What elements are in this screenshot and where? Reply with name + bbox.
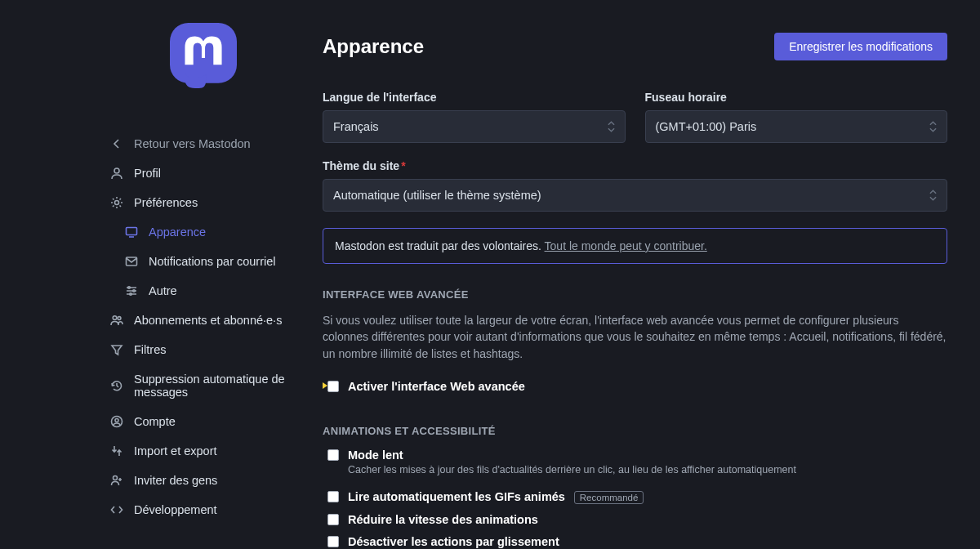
save-button[interactable]: Enregistrer les modifications xyxy=(774,33,947,60)
nav-label: Retour vers Mastodon xyxy=(134,137,251,150)
slow-mode-checkbox[interactable] xyxy=(327,449,339,461)
monitor-icon xyxy=(125,225,138,239)
reduce-motion-label: Réduire la vitesse des animations xyxy=(348,513,538,526)
autoplay-gif-label: Lire automatiquement les GIFs animés xyxy=(348,490,565,503)
select-chevron-icon xyxy=(608,121,615,132)
gear-icon xyxy=(110,196,123,209)
account-icon xyxy=(110,415,123,428)
filter-icon xyxy=(110,343,123,356)
nav-label: Abonnements et abonné·e·s xyxy=(134,314,282,327)
sidebar-item-development[interactable]: Développement xyxy=(110,495,323,524)
sidebar-item-account[interactable]: Compte xyxy=(110,407,323,436)
svg-point-11 xyxy=(115,419,118,422)
code-icon xyxy=(110,503,123,516)
enable-advanced-ui-checkbox[interactable] xyxy=(327,381,339,392)
timezone-label: Fuseau horaire xyxy=(645,91,948,104)
sidebar-sub-appearance[interactable]: Apparence xyxy=(125,217,323,247)
nav-label: Développement xyxy=(134,503,217,516)
enable-advanced-ui-label: Activer l'interface Web avancée xyxy=(348,380,525,393)
nav-label: Autre xyxy=(149,284,177,297)
nav-label: Compte xyxy=(134,415,176,428)
language-select[interactable]: Français xyxy=(323,110,626,143)
sidebar-sub-other[interactable]: Autre xyxy=(125,276,323,306)
sidebar-sub-notifications[interactable]: Notifications par courriel xyxy=(125,247,323,276)
nav-label: Suppression automatique de messages xyxy=(134,373,323,399)
sidebar-item-follows[interactable]: Abonnements et abonné·e·s xyxy=(110,306,323,335)
animations-heading: Animations et accessibilité xyxy=(323,425,947,437)
users-icon xyxy=(110,314,123,327)
svg-point-12 xyxy=(114,476,118,480)
nav-label: Profil xyxy=(134,167,161,180)
svg-rect-3 xyxy=(127,228,137,235)
mastodon-logo xyxy=(170,23,237,90)
autoplay-gif-row: Lire automatiquement les GIFs animés Rec… xyxy=(327,490,947,504)
sidebar-item-invite[interactable]: Inviter des gens xyxy=(110,466,323,495)
advanced-ui-description: Si vous voulez utiliser toute la largeur… xyxy=(323,312,947,362)
slow-mode-description: Cacher les mises à jour des fils d'actua… xyxy=(348,464,947,475)
nav-label: Import et export xyxy=(134,444,217,458)
autoplay-gif-checkbox[interactable] xyxy=(327,491,339,502)
language-field: Langue de l'interface Français xyxy=(323,91,626,143)
sidebar-item-filters[interactable]: Filtres xyxy=(110,335,323,364)
contribute-link[interactable]: Tout le monde peut y contribuer. xyxy=(545,239,707,252)
language-label: Langue de l'interface xyxy=(323,91,626,104)
sidebar-item-import-export[interactable]: Import et export xyxy=(110,436,323,466)
timezone-value: (GMT+01:00) Paris xyxy=(656,120,757,133)
user-icon xyxy=(110,167,123,180)
nav-label: Notifications par courriel xyxy=(149,255,276,268)
mail-icon xyxy=(125,255,138,268)
timezone-field: Fuseau horaire (GMT+01:00) Paris xyxy=(645,91,948,143)
svg-point-1 xyxy=(114,168,119,173)
theme-select[interactable]: Automatique (utiliser le thème système) xyxy=(323,179,947,212)
page-header: Apparence Enregistrer les modifications xyxy=(323,33,947,60)
sidebar-item-profile[interactable]: Profil xyxy=(110,158,323,188)
page-title: Apparence xyxy=(323,35,424,58)
timezone-select[interactable]: (GMT+01:00) Paris xyxy=(645,110,948,143)
back-to-mastodon-link[interactable]: Retour vers Mastodon xyxy=(110,129,323,158)
translation-hint: Mastodon est traduit par des volontaires… xyxy=(323,228,947,264)
theme-value: Automatique (utiliser le thème système) xyxy=(333,189,541,202)
sidebar: Retour vers Mastodon Profil Préférences … xyxy=(0,0,323,549)
nav-label: Inviter des gens xyxy=(134,474,217,487)
user-plus-icon xyxy=(110,474,123,487)
reduce-motion-checkbox[interactable] xyxy=(327,514,339,525)
disable-swipe-checkbox[interactable] xyxy=(327,536,339,547)
slow-mode-label: Mode lent xyxy=(348,449,403,462)
history-icon xyxy=(110,379,123,392)
theme-field: Thème du site* Automatique (utiliser le … xyxy=(323,159,947,212)
disable-swipe-row: Désactiver les actions par glissement xyxy=(327,535,947,548)
sidebar-item-autodelete[interactable]: Suppression automatique de messages xyxy=(110,364,323,407)
svg-point-8 xyxy=(113,316,117,320)
advanced-ui-heading: Interface web avancée xyxy=(323,288,947,301)
select-chevron-icon xyxy=(929,121,937,132)
nav-label: Apparence xyxy=(149,225,206,239)
main-content: Apparence Enregistrer les modifications … xyxy=(323,0,980,549)
sliders-icon xyxy=(125,284,138,297)
svg-point-2 xyxy=(115,201,119,205)
select-chevron-icon xyxy=(929,190,937,201)
sidebar-item-preferences[interactable]: Préférences xyxy=(110,188,323,217)
disable-swipe-label: Désactiver les actions par glissement xyxy=(348,535,559,548)
language-value: Français xyxy=(333,120,379,133)
chevron-left-icon xyxy=(110,137,123,150)
recommended-badge: Recommandé xyxy=(574,491,644,504)
nav-label: Filtres xyxy=(134,343,166,356)
enable-advanced-ui-row: Activer l'interface Web avancée xyxy=(327,380,947,393)
svg-point-9 xyxy=(118,317,121,320)
hint-text: Mastodon est traduit par des volontaires… xyxy=(335,239,545,252)
slow-mode-row: Mode lent Cacher les mises à jour des fi… xyxy=(327,449,947,475)
reduce-motion-row: Réduire la vitesse des animations xyxy=(327,513,947,526)
import-export-icon xyxy=(110,444,123,458)
theme-label: Thème du site* xyxy=(323,159,947,172)
nav-label: Préférences xyxy=(134,196,198,209)
